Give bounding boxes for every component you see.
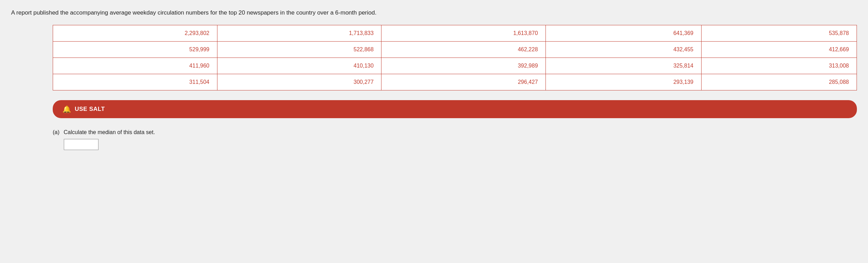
table-cell: 529,999: [53, 41, 217, 58]
part-a-label: (a): [53, 129, 60, 135]
circulation-table: 2,293,8021,713,8331,613,870641,369535,87…: [53, 25, 857, 90]
table-row: 529,999522,868462,228432,455412,669: [53, 41, 857, 58]
use-salt-label: USE SALT: [75, 106, 105, 113]
table-row: 311,504300,277296,427293,139285,088: [53, 74, 857, 90]
table-cell: 296,427: [381, 74, 546, 90]
table-cell: 432,455: [546, 41, 701, 58]
salt-icon: 🔔: [62, 105, 71, 113]
table-cell: 411,960: [53, 58, 217, 74]
table-cell: 293,139: [546, 74, 701, 90]
table-cell: 412,669: [701, 41, 857, 58]
median-answer-input[interactable]: [64, 139, 98, 150]
table-cell: 410,130: [217, 58, 381, 74]
part-a-content: Calculate the median of this data set.: [64, 129, 155, 150]
table-cell: 462,228: [381, 41, 546, 58]
table-cell: 2,293,802: [53, 25, 217, 41]
intro-text: A report published the accompanying aver…: [11, 8, 857, 17]
table-cell: 285,088: [701, 74, 857, 90]
table-cell: 300,277: [217, 74, 381, 90]
table-cell: 522,868: [217, 41, 381, 58]
table-cell: 1,713,833: [217, 25, 381, 41]
table-row: 2,293,8021,713,8331,613,870641,369535,87…: [53, 25, 857, 41]
table-cell: 313,008: [701, 58, 857, 74]
table-row: 411,960410,130392,989325,814313,008: [53, 58, 857, 74]
part-a-section: (a) Calculate the median of this data se…: [53, 129, 857, 150]
part-a-question: Calculate the median of this data set.: [64, 129, 155, 135]
table-cell: 641,369: [546, 25, 701, 41]
content-area: 2,293,8021,713,8331,613,870641,369535,87…: [53, 25, 857, 151]
table-cell: 535,878: [701, 25, 857, 41]
use-salt-button[interactable]: 🔔 USE SALT: [53, 100, 857, 118]
table-cell: 392,989: [381, 58, 546, 74]
table-cell: 311,504: [53, 74, 217, 90]
table-cell: 325,814: [546, 58, 701, 74]
table-cell: 1,613,870: [381, 25, 546, 41]
